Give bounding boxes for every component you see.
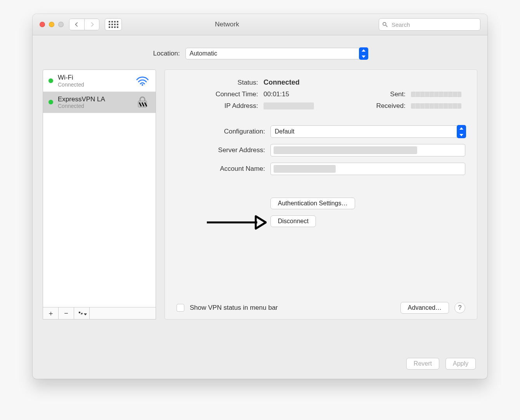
configuration-label: Configuration: <box>177 128 265 135</box>
location-value: Automatic <box>185 48 367 59</box>
stepper-icon <box>457 125 466 138</box>
search-input[interactable] <box>391 21 477 28</box>
wifi-icon <box>135 75 150 87</box>
service-item-wifi[interactable]: Wi-Fi Connected <box>43 70 156 92</box>
service-name: ExpressVPN LA <box>58 95 130 103</box>
server-address-label: Server Address: <box>177 146 265 154</box>
location-label: Location: <box>153 50 180 57</box>
service-status: Connected <box>58 82 130 88</box>
svg-point-0 <box>383 23 386 26</box>
show-vpn-status-checkbox[interactable] <box>177 304 184 312</box>
grid-icon <box>109 21 118 28</box>
svg-marker-11 <box>459 134 463 136</box>
status-label: Status: <box>177 79 258 87</box>
service-list-toolbar: ＋ − <box>43 307 156 319</box>
location-select[interactable]: Automatic <box>185 48 367 59</box>
show-all-prefs-button[interactable] <box>105 18 122 31</box>
lock-icon <box>135 96 150 108</box>
search-icon <box>382 22 388 27</box>
svg-line-1 <box>386 25 387 27</box>
received-label: Received: <box>351 102 406 110</box>
back-button[interactable] <box>69 19 84 30</box>
sent-meter <box>411 92 461 97</box>
annotation-arrow-icon <box>205 212 267 234</box>
gear-icon <box>76 309 83 318</box>
close-window-button[interactable] <box>40 22 45 27</box>
stepper-icon <box>359 47 368 60</box>
revert-button[interactable]: Revert <box>406 358 439 370</box>
window-toolbar: Network <box>33 14 487 35</box>
chevron-right-icon <box>89 22 95 27</box>
status-value: Connected <box>263 78 346 87</box>
status-dot-icon <box>49 78 53 83</box>
window-footer: Revert Apply <box>406 358 476 370</box>
apply-button[interactable]: Apply <box>445 358 476 370</box>
account-name-redacted <box>274 165 336 173</box>
account-name-field[interactable] <box>270 163 465 175</box>
minimize-window-button[interactable] <box>49 22 54 27</box>
service-name: Wi-Fi <box>58 74 130 82</box>
service-item-vpn[interactable]: ExpressVPN LA Connected <box>43 92 156 113</box>
connect-time-value: 00:01:15 <box>263 90 346 98</box>
svg-marker-10 <box>459 127 463 130</box>
traffic-lights <box>40 22 64 27</box>
chevron-down-icon <box>84 309 87 318</box>
forward-button[interactable] <box>84 19 99 30</box>
server-address-redacted <box>274 146 417 154</box>
service-detail-pane: Status: Connected Connect Time: 00:01:15… <box>165 69 477 319</box>
authentication-settings-button[interactable]: Authentication Settings… <box>270 198 355 209</box>
window-title: Network <box>127 21 373 28</box>
zoom-window-button <box>58 22 64 27</box>
configuration-value: Default <box>270 125 465 138</box>
received-meter <box>411 103 461 109</box>
account-name-label: Account Name: <box>177 165 265 173</box>
ip-address-value-redacted <box>263 102 314 109</box>
add-service-button[interactable]: ＋ <box>43 307 59 319</box>
show-vpn-status-label: Show VPN status in menu bar <box>190 304 278 312</box>
svg-point-4 <box>142 84 143 85</box>
service-actions-menu[interactable] <box>74 307 90 319</box>
network-prefs-window: Network Location: Automatic <box>33 14 487 379</box>
chevron-left-icon <box>74 22 80 27</box>
server-address-field[interactable] <box>270 144 465 156</box>
nav-back-forward <box>69 19 99 30</box>
disconnect-button[interactable]: Disconnect <box>270 215 316 227</box>
service-list: Wi-Fi Connected <box>43 69 156 319</box>
help-button[interactable]: ? <box>454 302 465 313</box>
svg-marker-3 <box>362 56 366 58</box>
status-dot-icon <box>49 100 53 104</box>
ip-address-label: IP Address: <box>177 102 258 110</box>
sent-label: Sent: <box>351 90 406 98</box>
search-field[interactable] <box>379 18 480 31</box>
remove-service-button[interactable]: − <box>59 307 74 319</box>
connect-time-label: Connect Time: <box>177 90 258 98</box>
service-status: Connected <box>58 103 130 109</box>
configuration-select[interactable]: Default <box>270 125 465 138</box>
svg-marker-2 <box>362 49 366 52</box>
svg-marker-9 <box>84 313 87 315</box>
location-row: Location: Automatic <box>43 48 477 59</box>
advanced-button[interactable]: Advanced… <box>400 302 449 314</box>
